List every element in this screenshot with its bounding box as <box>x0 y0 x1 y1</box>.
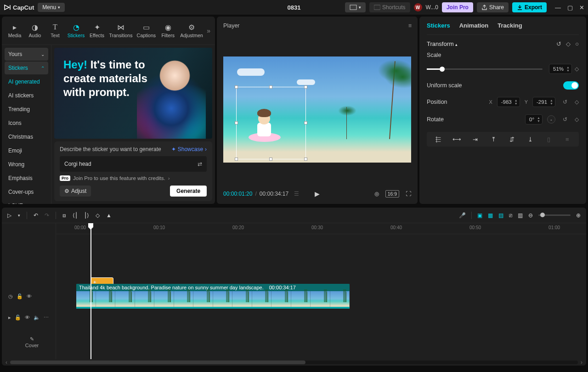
resize-handle[interactable] <box>235 158 238 161</box>
play-button[interactable]: ▶ <box>315 190 320 197</box>
resize-handle[interactable] <box>304 85 307 89</box>
eye-icon[interactable]: 👁 <box>25 315 30 320</box>
category-wrong[interactable]: Wrong <box>5 158 48 171</box>
undo-button[interactable]: ↶ <box>34 212 38 219</box>
pointer-dropdown[interactable]: ▾ <box>18 213 20 218</box>
fullscreen-icon[interactable]: ⛶ <box>406 191 411 197</box>
align-right[interactable]: ⇥ <box>466 135 484 144</box>
category-icons[interactable]: Icons <box>5 117 48 130</box>
resize-handle[interactable] <box>269 158 272 161</box>
resize-handle[interactable] <box>235 121 238 124</box>
preview-snap-icon[interactable]: ⎚ <box>509 212 512 219</box>
more-tabs-button[interactable]: » <box>205 27 212 34</box>
tab-audio[interactable]: ◑Audio <box>25 21 45 40</box>
category-christmas[interactable]: Christmas <box>5 130 48 143</box>
tab-adjustment[interactable]: ⚙Adjustmen <box>178 21 205 40</box>
adjust-button[interactable]: ⚙Adjust <box>60 186 91 197</box>
tab-text[interactable]: TText <box>45 21 65 40</box>
rotate-input[interactable]: 0°▲▼ <box>525 114 543 124</box>
timeline-tracks[interactable]: 00:00 00:10 00:20 00:30 00:40 00:50 01:0… <box>56 223 586 359</box>
mute-icon[interactable]: 🔈 <box>34 315 40 321</box>
align-center-v[interactable]: ⇵ <box>503 135 521 144</box>
resize-handle[interactable] <box>304 121 307 124</box>
cover-button[interactable]: ✎ Cover <box>2 330 56 355</box>
tab-filters[interactable]: ◉Filters <box>158 21 178 40</box>
split-tool[interactable]: ⧈ <box>62 212 66 219</box>
aspect-ratio-button[interactable]: ▾ <box>345 2 366 12</box>
pointer-tool[interactable]: ▷ <box>7 212 11 219</box>
snapshot-icon[interactable]: ◎ <box>374 191 379 197</box>
category-emphasis[interactable]: Emphasis <box>5 172 48 185</box>
window-maximize[interactable]: ▢ <box>567 4 573 11</box>
link-icon[interactable]: ▤ <box>498 212 503 219</box>
tab-captions[interactable]: ▭Captions <box>135 21 158 40</box>
scroll-right[interactable]: › <box>581 359 582 366</box>
reset-icon[interactable]: ↺ <box>556 40 561 47</box>
user-avatar[interactable]: W <box>414 3 422 11</box>
window-minimize[interactable]: — <box>555 4 561 11</box>
list-view-icon[interactable]: ☰ <box>294 191 299 197</box>
video-clip[interactable]: Thailand 4k beach background. Paradise n… <box>76 284 350 309</box>
keyframe-icon[interactable]: ◇ <box>566 40 571 47</box>
position-y-input[interactable]: -291▲▼ <box>532 97 555 107</box>
playhead[interactable] <box>90 223 91 359</box>
tab-stickers[interactable]: ◔Stickers <box>65 21 87 40</box>
redo-button[interactable]: ↷ <box>45 212 49 219</box>
category-emoji[interactable]: Emoji <box>5 144 48 157</box>
player-menu-icon[interactable]: ≡ <box>408 23 411 29</box>
align-top[interactable]: ⤒ <box>485 135 502 144</box>
category-ai-generated[interactable]: AI generated <box>5 75 48 88</box>
category-stickers-group[interactable]: Stickers⌃ <box>5 62 48 74</box>
keyframe-icon[interactable]: ◇ <box>575 66 579 72</box>
position-x-input[interactable]: -983▲▼ <box>497 97 520 107</box>
resize-handle[interactable] <box>304 158 307 161</box>
window-close[interactable]: ✕ <box>579 4 584 11</box>
category-ai-stickers[interactable]: AI stickers <box>5 89 48 102</box>
chevron-right-icon[interactable]: › <box>168 175 170 181</box>
aspect-ratio-badge[interactable]: 16:9 <box>385 190 399 197</box>
shuffle-icon[interactable]: ⇄ <box>198 161 202 167</box>
reset-icon[interactable]: ↺ <box>563 99 567 105</box>
keyframe-icon[interactable]: ◇ <box>575 99 579 105</box>
h-scrollbar[interactable] <box>10 361 578 364</box>
menu-button[interactable]: Menu▾ <box>38 3 65 12</box>
align-bottom[interactable]: ⤓ <box>522 135 539 144</box>
prompt-input[interactable]: Corgi head ⇄ <box>60 156 207 172</box>
distribute-v[interactable]: ≡ <box>559 135 576 144</box>
mirror-tool[interactable]: ▲ <box>106 212 112 219</box>
category-yours[interactable]: Yours⌄ <box>5 48 48 61</box>
align-center-h[interactable]: ⟷ <box>448 135 465 144</box>
prop-tab-animation[interactable]: Animation <box>459 22 489 29</box>
sticker-graphic[interactable] <box>251 110 278 142</box>
category-love[interactable]: LOVE <box>5 199 48 204</box>
crop-tool[interactable]: ◇ <box>96 212 100 219</box>
zoom-in-icon[interactable]: ⊕ <box>576 212 581 219</box>
more-icon[interactable]: ⋯ <box>44 315 49 321</box>
share-button[interactable]: Share <box>477 2 509 12</box>
tab-transitions[interactable]: ⋈Transitions <box>107 21 135 40</box>
lock-icon[interactable]: 🔓 <box>15 315 21 321</box>
track-settings-icon[interactable]: ▥ <box>518 212 523 219</box>
magnet-all-icon[interactable]: ▦ <box>488 212 493 219</box>
lock-icon[interactable]: 🔓 <box>17 293 23 299</box>
prop-tab-stickers[interactable]: Stickers <box>427 22 450 29</box>
category-cover-ups[interactable]: Cover-ups <box>5 186 48 198</box>
reset-icon[interactable]: ↺ <box>563 116 567 123</box>
zoom-slider[interactable] <box>538 214 571 216</box>
time-ruler[interactable]: 00:00 00:10 00:20 00:30 00:40 00:50 01:0… <box>56 223 586 234</box>
align-left[interactable]: ⬱ <box>430 135 447 144</box>
trim-right-tool[interactable]: ⎮⟩ <box>84 212 89 219</box>
join-pro-button[interactable]: Join Pro <box>442 2 473 12</box>
video-preview[interactable]: ⟲ <box>223 56 411 163</box>
tab-media[interactable]: ▸Media <box>5 21 25 40</box>
magnet-main-icon[interactable]: ▣ <box>477 212 482 219</box>
rotate-dial[interactable]: - <box>547 115 555 124</box>
trim-left-tool[interactable]: ⟨⎮ <box>73 212 78 219</box>
export-button[interactable]: Export <box>512 2 547 12</box>
generate-button[interactable]: Generate <box>170 186 207 197</box>
scale-slider[interactable] <box>427 68 543 70</box>
prop-tab-tracking[interactable]: Tracking <box>498 22 522 29</box>
category-trending[interactable]: Trending <box>5 103 48 116</box>
circle-icon[interactable]: ○ <box>575 40 579 47</box>
resize-handle[interactable] <box>269 85 272 89</box>
